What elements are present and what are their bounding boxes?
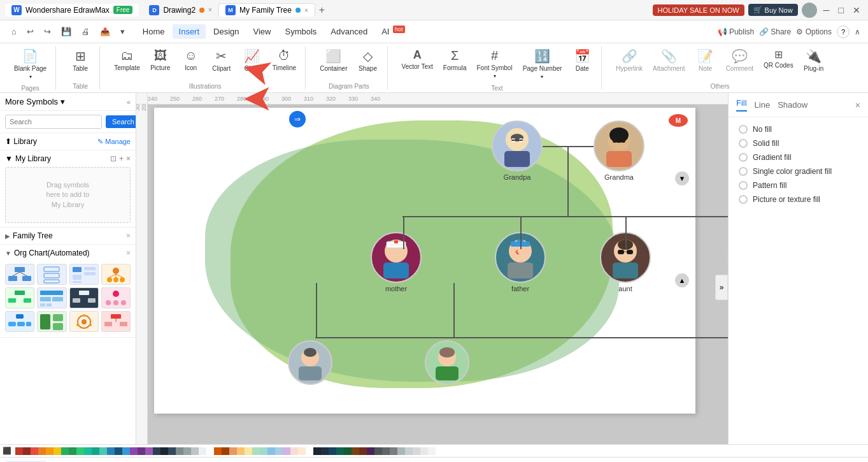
color-swatch[interactable] [229, 447, 237, 455]
formula-button[interactable]: Σ Formula [439, 46, 471, 75]
vector-text-button[interactable]: A Vector Text [398, 46, 437, 73]
my-library-export-button[interactable]: ⊡ [110, 154, 117, 163]
my-library-add-button[interactable]: + [119, 154, 124, 163]
template-thumb-6[interactable] [37, 287, 66, 308]
color-swatch[interactable] [61, 447, 69, 455]
nav-back-button[interactable]: ↩ [23, 25, 38, 38]
template-thumb-2[interactable] [37, 264, 66, 285]
maximize-button[interactable]: □ [836, 5, 846, 15]
color-swatch[interactable] [160, 447, 168, 455]
nav-home-button[interactable]: ⌂ [8, 25, 20, 38]
color-swatch[interactable] [275, 447, 283, 455]
template-thumb-3[interactable] [69, 264, 99, 285]
org-chart-close[interactable]: × [126, 249, 131, 257]
color-swatch[interactable] [367, 447, 374, 455]
color-swatch[interactable] [260, 447, 267, 455]
color-swatch[interactable] [298, 447, 306, 455]
close-button[interactable]: ✕ [850, 5, 863, 15]
color-swatch[interactable] [46, 447, 53, 455]
menu-ai[interactable]: AI hot [375, 24, 411, 39]
timeline-button[interactable]: ⏱ Timeline [269, 46, 300, 75]
color-swatch[interactable] [336, 447, 344, 455]
template-thumb-11[interactable] [69, 311, 99, 332]
color-swatch[interactable] [15, 447, 23, 455]
color-swatch[interactable] [420, 447, 428, 455]
color-swatch[interactable] [69, 447, 76, 455]
shadow-tab[interactable]: Shadow [778, 100, 808, 110]
color-swatch[interactable] [130, 447, 138, 455]
color-swatch[interactable] [222, 447, 229, 455]
page-number-button[interactable]: 🔢 Page Number ▾ [519, 46, 566, 82]
color-swatch[interactable] [183, 447, 191, 455]
canvas[interactable]: Grandpa Grand [148, 105, 728, 444]
color-swatch[interactable] [397, 447, 405, 455]
menu-insert[interactable]: Insert [173, 24, 206, 39]
color-swatch[interactable] [153, 447, 160, 455]
shape-button[interactable]: ◇ Shape [354, 46, 382, 75]
user-avatar[interactable] [802, 3, 817, 18]
color-swatch[interactable] [191, 447, 199, 455]
tab-close-family-tree[interactable]: × [304, 7, 308, 14]
minimize-button[interactable]: ─ [821, 5, 832, 15]
color-swatch[interactable] [329, 447, 336, 455]
expand-panel-button[interactable]: » [715, 275, 728, 300]
template-thumb-8[interactable] [101, 287, 131, 308]
color-swatch[interactable] [122, 447, 130, 455]
grandpa-node[interactable]: Grandpa [492, 120, 543, 181]
mother-node[interactable]: mother [371, 232, 422, 292]
color-swatch[interactable] [267, 447, 275, 455]
chart-button[interactable]: 📈 Chart [238, 46, 266, 75]
hyperlink-button[interactable]: 🔗 Hyperlink [612, 46, 646, 75]
menu-view[interactable]: View [247, 24, 278, 39]
container-button[interactable]: ⬜ Container [316, 46, 351, 75]
app-tab[interactable]: W Wondershare EdrawMax Free [5, 4, 139, 17]
color-swatch[interactable] [428, 447, 436, 455]
color-swatch[interactable] [99, 447, 107, 455]
color-swatch[interactable] [382, 447, 390, 455]
color-swatch[interactable] [344, 447, 352, 455]
template-thumb-12[interactable] [101, 311, 131, 332]
color-swatch[interactable] [390, 447, 397, 455]
menu-symbols[interactable]: Symbols [278, 24, 323, 39]
color-swatch[interactable] [76, 447, 84, 455]
picture-button[interactable]: 🖼 Picture [146, 46, 174, 75]
comment-button[interactable]: 💬 Comment [722, 46, 757, 75]
color-swatch[interactable] [206, 447, 214, 455]
menu-home[interactable]: Home [136, 24, 171, 39]
color-swatch[interactable] [237, 447, 245, 455]
fill-option-gradient[interactable]: Gradient fill [734, 150, 863, 164]
font-symbol-button[interactable]: # Font Symbol ▾ [473, 46, 516, 82]
tab-close-drawing2[interactable]: × [208, 6, 212, 13]
icon-button[interactable]: ☺ Icon [177, 46, 205, 75]
blank-page-button[interactable]: 📄 Blank Page ▾ [10, 46, 50, 82]
share-button[interactable]: 🔗 Share [759, 27, 791, 36]
menu-design[interactable]: Design [207, 24, 245, 39]
color-swatch[interactable] [38, 447, 46, 455]
my-library-close-button[interactable]: × [126, 154, 131, 163]
collapse-ribbon-button[interactable]: ∧ [855, 27, 860, 36]
fill-tab[interactable]: Fill [736, 98, 747, 112]
nav-save-button[interactable]: 💾 [57, 25, 75, 38]
child-1-node[interactable] [288, 340, 332, 385]
note-button[interactable]: 📝 Note [692, 46, 720, 75]
family-tree-close[interactable]: × [126, 231, 131, 240]
template-thumb-4[interactable] [101, 264, 131, 285]
color-swatch[interactable] [84, 447, 92, 455]
search-button[interactable]: Search [106, 115, 136, 128]
nav-export-button[interactable]: 📤 [96, 25, 114, 38]
template-thumb-9[interactable] [5, 311, 34, 332]
color-swatch[interactable] [92, 447, 99, 455]
manage-button[interactable]: ✎ Manage [97, 138, 131, 146]
line-tab[interactable]: Line [755, 100, 771, 110]
color-swatch[interactable] [290, 447, 298, 455]
color-swatch[interactable] [23, 447, 31, 455]
color-swatch[interactable] [245, 447, 252, 455]
buy-now-button[interactable]: 🛒 Buy Now [748, 4, 798, 16]
color-swatch[interactable] [252, 447, 260, 455]
color-swatch[interactable] [214, 447, 222, 455]
color-swatch[interactable] [107, 447, 115, 455]
collapse-all-button[interactable]: « [127, 98, 131, 106]
fill-option-pattern[interactable]: Pattern fill [734, 178, 863, 192]
tab-drawing2[interactable]: D Drawing2 × [143, 4, 218, 17]
fill-option-no-fill[interactable]: No fill [734, 122, 863, 136]
